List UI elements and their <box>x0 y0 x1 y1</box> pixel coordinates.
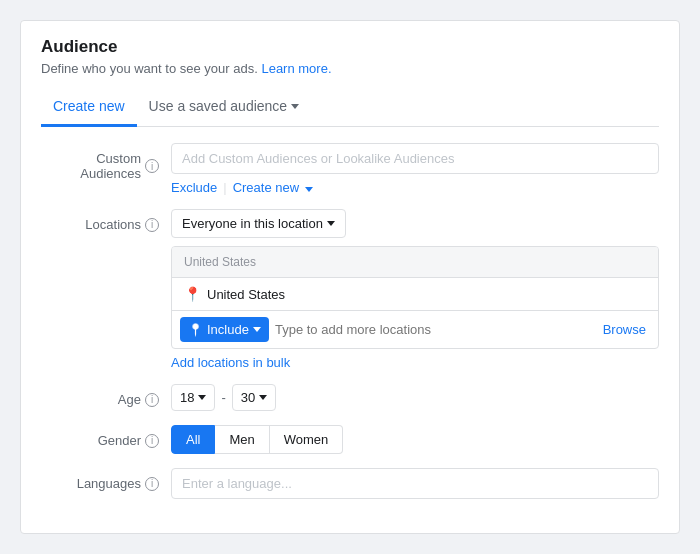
languages-info-icon[interactable]: i <box>145 477 159 491</box>
locations-control: Everyone in this location United States … <box>171 209 659 370</box>
custom-audiences-info-icon[interactable]: i <box>145 159 159 173</box>
audience-card: Audience Define who you want to see your… <box>20 20 680 534</box>
languages-row: Languages i <box>41 468 659 499</box>
gender-men-button[interactable]: Men <box>215 425 269 454</box>
chevron-down-icon <box>305 187 313 192</box>
create-new-audience-button[interactable]: Create new <box>233 180 313 195</box>
chevron-down-icon <box>259 395 267 400</box>
locations-box-wrapper: United States 📍 United States 📍 Include … <box>171 246 659 370</box>
chevron-down-icon <box>327 221 335 226</box>
add-bulk-link[interactable]: Add locations in bulk <box>171 355 659 370</box>
max-age-dropdown[interactable]: 30 <box>232 384 276 411</box>
custom-audiences-label: Custom Audiences i <box>41 143 171 181</box>
custom-audiences-control: Exclude | Create new <box>171 143 659 195</box>
age-controls: 18 - 30 <box>171 384 659 411</box>
chevron-down-icon <box>253 327 261 332</box>
min-age-dropdown[interactable]: 18 <box>171 384 215 411</box>
custom-audiences-row: Custom Audiences i Exclude | Create new <box>41 143 659 195</box>
gender-row: Gender i All Men Women <box>41 425 659 454</box>
pin-icon-include: 📍 <box>188 323 203 337</box>
tabs-container: Create new Use a saved audience <box>41 90 659 127</box>
gender-control: All Men Women <box>171 425 659 454</box>
location-type-dropdown[interactable]: Everyone in this location <box>171 209 346 238</box>
locations-row: Locations i Everyone in this location Un… <box>41 209 659 370</box>
age-label: Age i <box>41 384 171 407</box>
locations-box: United States 📍 United States 📍 Include … <box>171 246 659 349</box>
gender-all-button[interactable]: All <box>171 425 215 454</box>
locations-info-icon[interactable]: i <box>145 218 159 232</box>
age-separator: - <box>221 390 225 405</box>
location-entry: 📍 United States <box>172 278 658 311</box>
include-row: 📍 Include Browse <box>172 311 658 348</box>
exclude-row: Exclude | Create new <box>171 180 659 195</box>
locations-label: Locations i <box>41 209 171 232</box>
age-control: 18 - 30 <box>171 384 659 411</box>
tab-create-new[interactable]: Create new <box>41 90 137 127</box>
languages-input[interactable] <box>171 468 659 499</box>
languages-control <box>171 468 659 499</box>
pin-icon: 📍 <box>184 286 201 302</box>
learn-more-link[interactable]: Learn more. <box>261 61 331 76</box>
gender-button-group: All Men Women <box>171 425 659 454</box>
tab-use-saved[interactable]: Use a saved audience <box>137 90 312 127</box>
location-search-input[interactable] <box>275 322 593 337</box>
languages-label: Languages i <box>41 468 171 491</box>
separator: | <box>223 180 226 195</box>
age-info-icon[interactable]: i <box>145 393 159 407</box>
gender-women-button[interactable]: Women <box>270 425 344 454</box>
location-header: United States <box>172 247 658 278</box>
chevron-down-icon <box>291 104 299 109</box>
card-subtitle: Define who you want to see your ads. Lea… <box>41 61 659 76</box>
gender-label: Gender i <box>41 425 171 448</box>
custom-audiences-input[interactable] <box>171 143 659 174</box>
include-dropdown-button[interactable]: 📍 Include <box>180 317 269 342</box>
chevron-down-icon <box>198 395 206 400</box>
age-row: Age i 18 - 30 <box>41 384 659 411</box>
exclude-button[interactable]: Exclude <box>171 180 217 195</box>
card-title: Audience <box>41 37 659 57</box>
gender-info-icon[interactable]: i <box>145 434 159 448</box>
browse-button[interactable]: Browse <box>599 322 650 337</box>
